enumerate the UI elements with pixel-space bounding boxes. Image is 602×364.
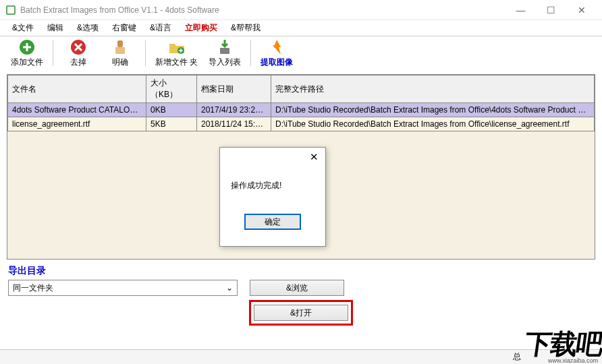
dialog-ok-button[interactable]: 确定 (244, 214, 301, 230)
add-file-label: 添加文件 (11, 57, 43, 68)
dialog-message: 操作成功完成! (220, 166, 325, 208)
extract-icon (268, 38, 285, 56)
window-controls: — ☐ ✕ (505, 0, 597, 20)
clear-button[interactable]: 明确 (101, 37, 140, 69)
menu-language[interactable]: &语言 (143, 20, 178, 36)
cell-size: 0KB (146, 103, 197, 117)
minimize-button[interactable]: — (505, 0, 536, 20)
table-row[interactable]: 4dots Software Product CATALOG.url 0KB 2… (8, 103, 595, 117)
browse-button[interactable]: &浏览 (250, 280, 344, 296)
remove-icon (70, 38, 87, 56)
cell-filename: 4dots Software Product CATALOG.url (8, 103, 146, 117)
clear-icon (111, 38, 129, 56)
export-section: 导出目录 同一文件夹 ⌄ &浏览 &打开 (0, 262, 602, 331)
titlebar: Batch Extract Images from Office V1.1 - … (0, 0, 602, 20)
import-icon (216, 38, 234, 56)
remove-label: 去掉 (70, 57, 86, 68)
folder-plus-icon (168, 38, 186, 56)
extract-images-button[interactable]: 提取图像 (256, 37, 297, 69)
header-date[interactable]: 档案日期 (197, 75, 271, 103)
import-list-button[interactable]: 导入列表 (204, 37, 245, 69)
close-button[interactable]: ✕ (566, 0, 597, 20)
table-header-row: 文件名 大小（KB） 档案日期 完整文件路径 (8, 75, 595, 103)
menu-buy[interactable]: 立即购买 (178, 20, 224, 36)
open-button-highlight: &打开 (249, 300, 353, 326)
window-title: Batch Extract Images from Office V1.1 - … (20, 5, 505, 15)
new-folder-button[interactable]: 新增文件 夹 (151, 37, 202, 69)
toolbar: 添加文件 去掉 明确 新增文件 夹 导入列表 提取图像 (0, 36, 602, 70)
clear-label: 明确 (112, 57, 128, 68)
cell-date: 2018/11/24 15:40:24 (197, 117, 271, 131)
menu-help[interactable]: &帮帮我 (224, 20, 267, 36)
menu-edit[interactable]: 编辑 (40, 20, 70, 36)
maximize-button[interactable]: ☐ (536, 0, 566, 20)
menu-file[interactable]: &文件 (5, 20, 40, 36)
separator (250, 40, 251, 66)
table-row[interactable]: license_agreement.rtf 5KB 2018/11/24 15:… (8, 117, 595, 131)
export-select-value: 同一文件夹 (13, 282, 53, 294)
separator (53, 40, 53, 66)
extract-images-label: 提取图像 (261, 57, 293, 68)
svg-rect-5 (115, 47, 125, 54)
cell-date: 2017/4/19 23:20:56 (197, 103, 271, 117)
cell-path: D:\iTube Studio Recorded\Batch Extract I… (271, 103, 595, 117)
svg-rect-1 (7, 7, 14, 13)
success-dialog: ✕ 操作成功完成! 确定 (219, 147, 326, 247)
separator (145, 40, 146, 66)
dialog-close-button[interactable]: ✕ (306, 150, 321, 164)
svg-rect-4 (117, 40, 123, 47)
menu-rightkey[interactable]: 右窗键 (105, 20, 143, 36)
file-table: 文件名 大小（KB） 档案日期 完整文件路径 4dots Software Pr… (7, 75, 595, 131)
cell-filename: license_agreement.rtf (8, 117, 146, 131)
dialog-footer: 确定 (220, 208, 325, 235)
cell-size: 5KB (146, 117, 197, 131)
new-folder-label: 新增文件 夹 (155, 57, 198, 68)
dialog-titlebar: ✕ (220, 148, 325, 166)
header-path[interactable]: 完整文件路径 (271, 75, 595, 103)
header-filename[interactable]: 文件名 (8, 75, 146, 103)
chevron-down-icon: ⌄ (226, 283, 233, 293)
menu-options[interactable]: &选项 (70, 20, 105, 36)
statusbar: 总 (0, 349, 602, 364)
svg-rect-7 (220, 48, 229, 54)
header-size[interactable]: 大小（KB） (146, 75, 197, 103)
remove-button[interactable]: 去掉 (59, 37, 98, 69)
export-folder-select[interactable]: 同一文件夹 ⌄ (8, 280, 238, 296)
import-list-label: 导入列表 (209, 57, 241, 68)
open-button[interactable]: &打开 (254, 305, 348, 321)
add-file-button[interactable]: 添加文件 (7, 37, 47, 69)
cell-path: D:\iTube Studio Recorded\Batch Extract I… (271, 117, 595, 131)
status-total-label: 总 (513, 351, 521, 363)
menubar: &文件 编辑 &选项 右窗键 &语言 立即购买 &帮帮我 (0, 20, 602, 36)
export-title: 导出目录 (8, 265, 594, 277)
add-icon (18, 38, 36, 56)
app-icon (5, 5, 16, 16)
